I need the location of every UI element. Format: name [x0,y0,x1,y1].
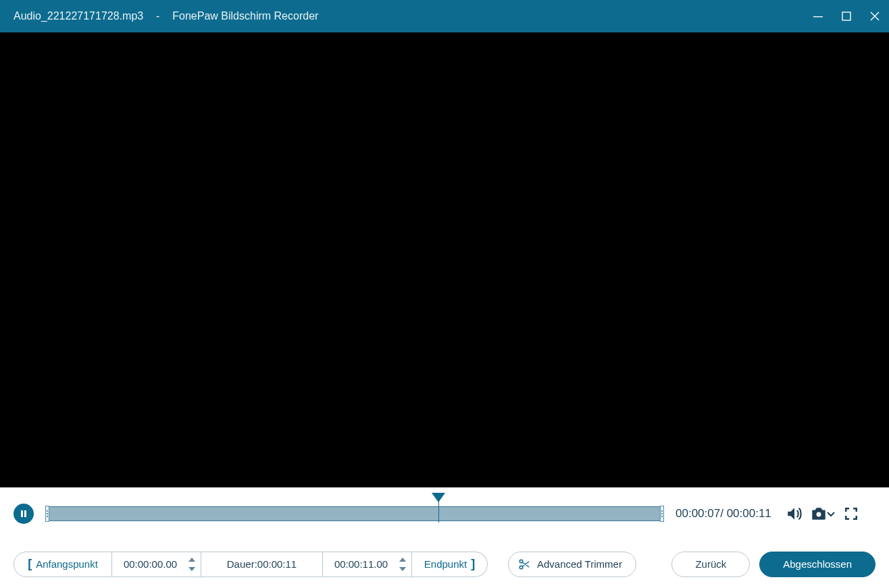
duration-label: Dauer: [227,558,257,570]
trim-handle-start[interactable] [45,506,49,522]
done-label: Abgeschlossen [783,558,852,570]
chevron-up-icon [188,558,195,562]
svg-rect-1 [842,12,850,20]
back-label: Zurück [695,558,726,570]
svg-point-4 [816,512,821,517]
fullscreen-button[interactable] [839,502,863,526]
maximize-button[interactable] [832,0,861,32]
start-step-down[interactable] [187,565,197,573]
bracket-close-icon: ] [471,557,475,571]
end-step-up[interactable] [398,556,407,564]
maximize-icon [842,11,851,21]
volume-button[interactable] [782,502,807,526]
start-step-up[interactable] [187,556,197,564]
preview-area [0,32,889,487]
done-button[interactable]: Abgeschlossen [759,552,875,577]
duration-value: 00:00:11 [257,558,297,570]
svg-rect-2 [21,510,23,517]
advanced-trimmer-label: Advanced Trimmer [537,558,622,570]
minimize-button[interactable] [804,0,832,32]
end-time-field[interactable]: 00:00:11.00 [323,552,412,577]
playback-bar: 00:00:07/ 00:00:11 [0,487,889,540]
end-spinner [398,554,407,574]
chevron-down-icon [188,567,195,571]
close-icon [870,11,880,21]
trim-controls: [ Anfangspunkt 00:00:00.00 Dauer:00:00:1… [14,552,488,577]
bottom-bar: [ Anfangspunkt 00:00:00.00 Dauer:00:00:1… [0,540,889,588]
pause-icon [20,510,28,518]
volume-icon [786,505,803,523]
titlebar: Audio_221227171728.mp3 - FonePaw Bildsch… [0,0,889,32]
minimize-icon [813,11,823,22]
end-time-value: 00:00:11.00 [334,558,388,570]
window-controls [804,0,889,32]
start-time-field[interactable]: 00:00:00.00 [112,552,201,577]
bracket-open-icon: [ [28,557,32,571]
window-appname: FonePaw Bildschirm Recorder [172,10,318,22]
start-time-value: 00:00:00.00 [124,558,177,570]
current-time: 00:00:07 [676,507,720,520]
set-start-button[interactable]: [ Anfangspunkt [14,552,112,577]
end-step-down[interactable] [398,565,407,573]
camera-icon [810,505,828,523]
timeline[interactable] [47,504,662,524]
playback-time: 00:00:07/ 00:00:11 [676,507,771,520]
screenshot-button[interactable] [807,502,839,526]
start-label: Anfangspunkt [36,558,98,570]
trim-handle-end[interactable] [660,506,664,522]
chevron-up-icon [399,558,406,562]
timeline-track[interactable] [47,506,662,521]
start-spinner [187,554,197,574]
svg-rect-0 [813,16,823,18]
chevron-down-icon [399,567,406,571]
window-filename: Audio_221227171728.mp3 [14,10,143,22]
set-end-button[interactable]: Endpunkt ] [412,552,488,577]
fullscreen-icon [843,506,859,522]
end-label: Endpunkt [424,558,467,570]
pause-button[interactable] [14,504,34,524]
chevron-down-icon [826,509,836,518]
svg-rect-3 [24,510,26,517]
close-button[interactable] [861,0,889,32]
total-time: 00:00:11 [727,507,771,520]
duration-display: Dauer:00:00:11 [201,552,323,577]
back-button[interactable]: Zurück [671,552,750,577]
advanced-trimmer-button[interactable]: Advanced Trimmer [508,552,636,577]
scissors-icon [518,558,530,570]
title-separator: - [150,10,166,22]
playhead[interactable] [438,493,439,521]
